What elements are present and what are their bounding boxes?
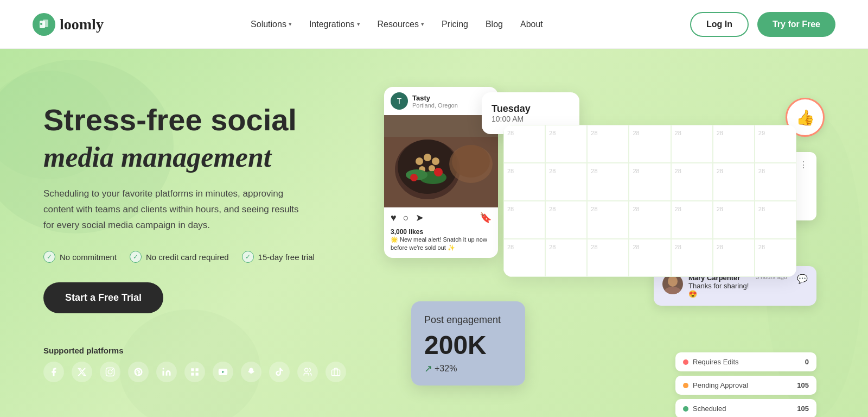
badge-no-commitment: ✓ No commitment	[43, 251, 117, 263]
grid-icon	[184, 362, 205, 382]
ig-avatar: T	[391, 92, 408, 110]
svg-point-2	[40, 23, 42, 25]
calendar-grid: 28 28 28 28 28 28 29 28 28 28 28 28 28 2…	[503, 125, 796, 277]
schedule-time: 10:00 AM	[492, 115, 570, 123]
cal-cell: 28	[587, 163, 629, 201]
cal-cell: 28	[503, 201, 545, 239]
login-button[interactable]: Log In	[690, 12, 749, 37]
cal-cell: 28	[713, 201, 755, 239]
hero-left: Stress-free social media management Sche…	[43, 81, 346, 382]
svg-point-16	[305, 368, 308, 371]
svg-rect-14	[196, 373, 199, 376]
cal-cell: 28	[587, 239, 629, 277]
comment-body: Mary Carpenter Thanks for sharing! 😍	[688, 274, 750, 298]
cal-cell: 28	[671, 163, 713, 201]
cal-cell: 28	[545, 239, 587, 277]
check-icon: ✓	[43, 251, 55, 263]
requires-edits-count: 0	[805, 358, 809, 366]
snapchat-icon	[241, 362, 261, 382]
cal-cell: 28	[671, 239, 713, 277]
cal-cell: 28	[503, 239, 545, 277]
hero-title-italic: media management	[43, 141, 346, 174]
svg-point-35	[668, 276, 677, 285]
svg-point-21	[416, 157, 423, 165]
svg-point-25	[429, 165, 435, 172]
chat-icon: 💬	[797, 274, 808, 284]
engagement-label: Post engagement	[424, 314, 512, 326]
engagement-card: Post engagement 200K ↗ +32%	[411, 301, 525, 386]
more-platforms-icon	[326, 362, 346, 382]
supported-title: Supported platforms	[43, 346, 346, 355]
instagram-icon	[100, 362, 120, 382]
cal-cell: 28	[755, 201, 796, 239]
hero-right: 👍 T Tasty Portland, Oregon ···	[368, 81, 825, 417]
chevron-down-icon: ▾	[421, 21, 424, 28]
ig-actions: ♥ ○ ➤ 🔖	[384, 207, 498, 228]
schedule-day: Tuesday	[492, 103, 570, 115]
nav-blog[interactable]: Blog	[486, 20, 503, 29]
svg-rect-17	[332, 370, 340, 376]
cal-cell: 28	[629, 125, 671, 163]
bookmark-icon[interactable]: 🔖	[480, 212, 492, 224]
nav-solutions[interactable]: Solutions ▾	[251, 20, 292, 29]
svg-rect-7	[106, 368, 114, 376]
svg-point-10	[163, 368, 164, 370]
hero-badges: ✓ No commitment ✓ No credit card require…	[43, 251, 346, 263]
status-cards: Requires Edits 0 Pending Approval 105 Sc…	[675, 352, 816, 417]
check-icon: ✓	[242, 251, 254, 263]
cal-cell: 28	[629, 163, 671, 201]
svg-rect-32	[384, 115, 498, 137]
facebook-icon	[43, 362, 64, 382]
svg-point-23	[432, 157, 439, 165]
requires-edits-card: Requires Edits 0	[675, 352, 816, 371]
cal-cell: 28	[671, 201, 713, 239]
cal-cell: 28	[713, 239, 755, 277]
requires-edits-dot	[683, 359, 688, 365]
svg-point-22	[424, 154, 431, 161]
cal-cell: 28	[755, 239, 796, 277]
try-free-button[interactable]: Try for Free	[757, 12, 835, 37]
nav-links: Solutions ▾ Integrations ▾ Resources ▾ P…	[251, 20, 543, 29]
logo[interactable]: loomly	[33, 13, 104, 36]
badge-no-credit-card: ✓ No credit card required	[130, 251, 229, 263]
hero-section: Stress-free social media management Sche…	[0, 49, 868, 417]
supported-platforms: Supported platforms	[43, 346, 346, 382]
cal-cell: 28	[587, 125, 629, 163]
engagement-growth: ↗ +32%	[424, 363, 512, 375]
nav-actions: Log In Try for Free	[690, 12, 835, 37]
badge-free-trial: ✓ 15-day free trial	[242, 251, 315, 263]
cal-cell: 29	[755, 125, 796, 163]
growth-percent: +32%	[435, 364, 457, 374]
svg-rect-11	[191, 368, 194, 371]
nav-integrations[interactable]: Integrations ▾	[309, 20, 360, 29]
svg-point-8	[108, 370, 112, 374]
hero-content: Stress-free social media management Sche…	[0, 49, 868, 417]
comment-icon[interactable]: ○	[403, 212, 409, 224]
scheduled-card: Scheduled 105	[675, 399, 816, 417]
nav-pricing[interactable]: Pricing	[442, 20, 468, 29]
navbar: loomly Solutions ▾ Integrations ▾ Resour…	[0, 0, 868, 49]
svg-point-29	[410, 174, 418, 181]
nav-resources[interactable]: Resources ▾	[378, 20, 424, 29]
nav-about[interactable]: About	[520, 20, 543, 29]
cal-cell: 28	[587, 201, 629, 239]
hero-subtitle: Scheduling to your favorite platforms in…	[43, 186, 304, 233]
hero-title-main: Stress-free social	[43, 103, 346, 137]
cal-cell: 28	[755, 163, 796, 201]
svg-rect-1	[43, 20, 48, 27]
pending-approval-label: Pending Approval	[693, 381, 793, 389]
heart-icon[interactable]: ♥	[391, 212, 397, 224]
chevron-down-icon: ▾	[289, 21, 292, 28]
svg-point-20	[398, 140, 457, 194]
ig-image	[384, 115, 498, 207]
scheduled-label: Scheduled	[693, 405, 793, 413]
svg-rect-13	[191, 373, 194, 376]
cal-cell: 28	[713, 163, 755, 201]
twitter-icon	[72, 362, 92, 382]
tiktok-icon	[269, 362, 290, 382]
meal-options-icon[interactable]: ⋮	[799, 160, 808, 170]
share-icon[interactable]: ➤	[416, 212, 424, 224]
start-trial-button[interactable]: Start a Free Trial	[43, 282, 163, 313]
logo-text: loomly	[60, 16, 104, 33]
cal-cell: 28	[629, 239, 671, 277]
